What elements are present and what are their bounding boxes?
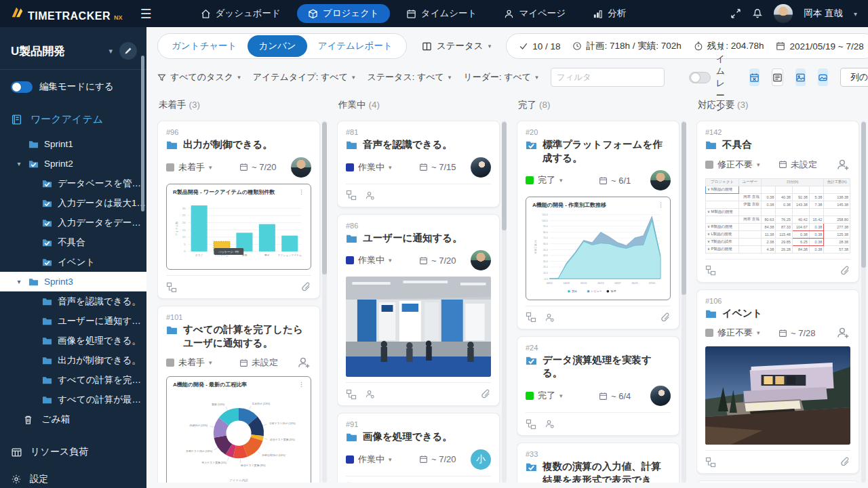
tree-item-selected[interactable]: ▾Sprint3	[0, 272, 146, 291]
column-scrollbar[interactable]	[682, 122, 686, 295]
column-scrollbar[interactable]	[861, 122, 866, 268]
hierarchy-icon[interactable]	[705, 457, 716, 468]
due-date[interactable]: 未設定	[778, 159, 835, 171]
kebab-menu-icon[interactable]: ⋮	[658, 202, 664, 208]
due-date[interactable]: ~ 7/15	[419, 162, 471, 172]
filter-search-input[interactable]	[557, 73, 666, 82]
attachment-icon[interactable]	[481, 389, 491, 399]
add-assignee-button[interactable]	[835, 325, 850, 340]
kanban-card[interactable]: #86 ユーザーに通知する。 作業中▾ ~ 7/20	[337, 214, 500, 407]
toggle-date-button[interactable]	[749, 68, 760, 86]
brand-logo[interactable]: TIMETRACKER NX	[0, 5, 132, 22]
attachment-icon[interactable]	[840, 457, 850, 467]
sidebar-toggle-icon[interactable]: ☰	[140, 6, 151, 22]
leader-filter-select[interactable]: リーダー: すべて▾	[463, 71, 538, 83]
member-icon[interactable]	[545, 419, 555, 429]
sidebar-item-workitems[interactable]: ワークアイテム	[0, 102, 146, 134]
assignee-avatar[interactable]	[471, 250, 491, 270]
sidebar-scrollbar[interactable]	[141, 56, 144, 211]
sidebar-item-resource-load[interactable]: リソース負荷	[0, 439, 146, 466]
project-chevron-icon[interactable]: ▾	[108, 47, 113, 56]
kanban-card[interactable]: #20 標準プラットフォームを作成する。 完了▾ ~ 6/1 A機能の開発 - …	[517, 121, 679, 329]
kanban-card[interactable]: #24 データ演算処理を実装する。 完了▾ ~ 6/4	[517, 336, 679, 436]
due-date[interactable]: ~ 6/1	[599, 176, 650, 186]
edit-mode-toggle[interactable]: 編集モードにする	[0, 71, 146, 102]
hierarchy-icon[interactable]	[526, 312, 536, 323]
hierarchy-icon[interactable]	[346, 190, 357, 201]
hierarchy-icon[interactable]	[346, 389, 357, 400]
attachment-photo-expo[interactable]	[346, 277, 491, 377]
status-select[interactable]: 完了▾	[526, 390, 599, 402]
kanban-card[interactable]: #96 出力が制御できる。 未着手▾ ~ 7/20 R製品開発 - ワークアイテ…	[157, 121, 320, 299]
due-date[interactable]: ~ 7/20	[239, 162, 291, 172]
nav-analysis[interactable]: 分析	[582, 4, 637, 23]
kanban-card[interactable]: #91 画像を処理できる。 作業中▾ ~ 7/20 小	[337, 413, 500, 483]
attachment-photo-house[interactable]	[705, 346, 850, 445]
attachment-icon[interactable]	[840, 266, 850, 276]
tree-item[interactable]: 画像を処理できる。	[0, 331, 146, 350]
status-select[interactable]: 修正不要▾	[705, 327, 778, 339]
kanban-card[interactable]: #33 複数の演算の入力値、計算結果を表形式で表示できる。 完了▾ 未設定	[517, 443, 679, 483]
toggle-image-button[interactable]	[795, 68, 806, 86]
hierarchy-icon[interactable]	[526, 419, 536, 430]
tree-item[interactable]: イベント	[0, 252, 146, 272]
status-select[interactable]: 作業中▾	[346, 161, 419, 174]
embedded-bar-chart[interactable]: R製品開発 - ワークアイテムの種類別件数⋮ 051015202530アイテム数…	[166, 184, 311, 270]
nav-project[interactable]: プロジェクト	[297, 4, 390, 23]
status-select[interactable]: 作業中▾	[346, 254, 419, 266]
tree-item[interactable]: 音声を認識できる。	[0, 291, 146, 311]
kanban-card[interactable]: #142 不具合 修正不要▾ 未設定 プロジェクトユーザー日付(h)合計工数(h…	[696, 121, 859, 283]
user-menu-chevron-icon[interactable]: ▾	[854, 10, 857, 18]
toggle-thumbnail-button[interactable]	[818, 68, 828, 86]
task-filter-select[interactable]: すべてのタスク▾	[157, 71, 241, 83]
bell-icon[interactable]	[752, 8, 763, 19]
status-select[interactable]: 未着手▾	[166, 357, 239, 369]
column-settings-button[interactable]: 列の設定	[840, 68, 868, 87]
nav-mypage[interactable]: マイページ	[493, 4, 576, 23]
kanban-card[interactable]: #81 音声を認識できる。 作業中▾ ~ 7/15	[337, 121, 500, 207]
tree-item[interactable]: ユーザーに通知す…	[0, 311, 146, 331]
status-filter-select[interactable]: ステータス: すべて▾	[367, 71, 451, 83]
tree-item[interactable]: Sprint1	[0, 134, 146, 154]
sidebar-item-trash[interactable]: ごみ箱	[0, 406, 146, 433]
embedded-donut-chart[interactable]: A機能の開発 - 最新の工程比率⋮ 基本設計 (13%)単体テスト設計 (13%…	[166, 376, 311, 483]
hierarchy-icon[interactable]	[705, 265, 716, 276]
tree-item[interactable]: ▾Sprint2	[0, 154, 146, 174]
tab-item-report[interactable]: アイテムレポート	[307, 35, 403, 57]
status-select[interactable]: 完了▾	[526, 174, 599, 186]
tab-gantt-chart[interactable]: ガントチャート	[161, 35, 248, 57]
embedded-table[interactable]: プロジェクトユーザー日付(h)合計工数(h)∨ N製品の開発岡本 直哉0.384…	[705, 178, 850, 253]
tree-item[interactable]: 入力データは最大1…	[0, 193, 146, 213]
assignee-avatar[interactable]	[650, 386, 671, 406]
status-select[interactable]: 作業中▾	[346, 453, 419, 466]
tree-item[interactable]: 入力データをデー…	[0, 213, 146, 232]
member-icon[interactable]	[365, 190, 375, 201]
tree-item[interactable]: 出力が制御できる。	[0, 350, 146, 370]
nav-timesheet[interactable]: タイムシート	[395, 4, 488, 23]
member-icon[interactable]	[365, 389, 375, 399]
due-date[interactable]: ~ 7/20	[419, 454, 471, 464]
group-by-select[interactable]: ステータス ▾	[422, 40, 491, 52]
user-avatar[interactable]	[774, 4, 793, 23]
due-date[interactable]: ~ 7/20	[419, 256, 471, 266]
assignee-avatar[interactable]: 小	[471, 449, 491, 470]
hierarchy-icon[interactable]	[346, 482, 357, 483]
hierarchy-icon[interactable]	[166, 282, 177, 293]
tree-item[interactable]: データベースを管…	[0, 174, 146, 193]
expand-icon[interactable]	[730, 8, 741, 19]
edit-project-button[interactable]	[119, 42, 137, 60]
assignee-avatar[interactable]	[291, 157, 311, 178]
kanban-card[interactable]: #106 イベント 修正不要▾ ~ 7/28	[696, 289, 859, 474]
sidebar-item-settings[interactable]: 設定	[0, 466, 146, 488]
due-date[interactable]: 未設定	[239, 357, 296, 369]
member-icon[interactable]	[545, 312, 555, 323]
nav-dashboard[interactable]: ダッシュボード	[190, 4, 292, 23]
edit-mode-switch[interactable]	[11, 81, 33, 93]
item-type-filter-select[interactable]: アイテムタイプ: すべて▾	[253, 71, 355, 83]
swimlane-switch[interactable]	[689, 72, 711, 83]
attachment-icon[interactable]	[301, 282, 311, 292]
column-scrollbar[interactable]	[322, 122, 327, 274]
embedded-area-chart[interactable]: A機能の開発 - 作業別工数推移⋮ 0.010.020.030.040.050.…	[526, 197, 671, 300]
tree-item[interactable]: すべての計算を完…	[0, 370, 146, 390]
tree-chevron-icon[interactable]: ▾	[15, 278, 23, 285]
